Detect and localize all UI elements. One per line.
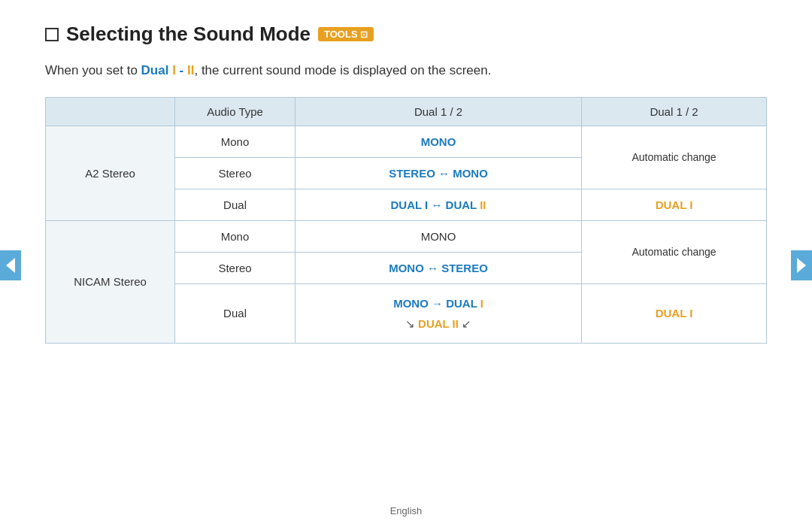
col2-header: Audio Type [175,97,295,126]
group-a2stereo: A2 Stereo [46,126,175,220]
subtitle-dual: Dual [141,63,173,77]
group-nicam: NICAM Stereo [46,220,175,343]
auto-change-a2: Automatic change [582,126,767,189]
dual12-dual1: DUAL I [582,189,767,220]
tools-label: TOOLS [324,29,358,40]
page-title: Selecting the Sound Mode [66,23,311,46]
col3-header: Dual 1 / 2 [295,97,581,126]
tools-badge: TOOLS ⊡ [318,27,374,41]
table-row: A2 Stereo Mono MONO Automatic change [46,126,767,157]
dual-stereo2: MONO ↔ STEREO [295,252,581,283]
page-content: Selecting the Sound Mode TOOLS ⊡ When yo… [0,0,812,359]
table-header-row: Audio Type Dual 1 / 2 Dual 1 / 2 [46,97,767,126]
checkbox-icon [45,28,59,41]
col1-header [46,97,175,126]
dual-dual1: DUAL I ↔ DUAL II [295,189,581,220]
audio-type-dual2: Dual [175,283,295,343]
dual-mono2: MONO [295,220,581,252]
dual-mono1: MONO [295,126,581,157]
right-arrow-icon [797,258,806,273]
title-row: Selecting the Sound Mode TOOLS ⊡ [45,23,767,46]
subtitle-before: When you set to [45,63,141,77]
dual-stereo1: STEREO ↔ MONO [295,157,581,189]
subtitle: When you set to Dual I - II, the current… [45,61,767,80]
subtitle-after: , the current sound mode is displayed on… [194,63,491,77]
dual12-dual2: DUAL I [582,283,767,343]
nav-next-button[interactable] [791,250,812,280]
sound-mode-table: Audio Type Dual 1 / 2 Dual 1 / 2 A2 Ster… [45,97,767,344]
audio-type-mono2: Mono [175,220,295,252]
left-arrow-icon [6,258,15,273]
audio-type-dual1: Dual [175,189,295,220]
table-row: NICAM Stereo Mono MONO Automatic change [46,220,767,252]
audio-type-mono1: Mono [175,126,295,157]
footer: English [0,505,812,516]
col4-header: Dual 1 / 2 [582,97,767,126]
nav-prev-button[interactable] [0,250,21,280]
audio-type-stereo2: Stereo [175,252,295,283]
footer-text: English [390,505,423,516]
audio-type-stereo1: Stereo [175,157,295,189]
auto-change-nicam: Automatic change [582,220,767,283]
dual-dual2: MONO → DUAL I ↘ DUAL II ↙ [295,283,581,343]
tools-icon: ⊡ [360,29,368,40]
subtitle-hyphen: - [176,63,187,77]
